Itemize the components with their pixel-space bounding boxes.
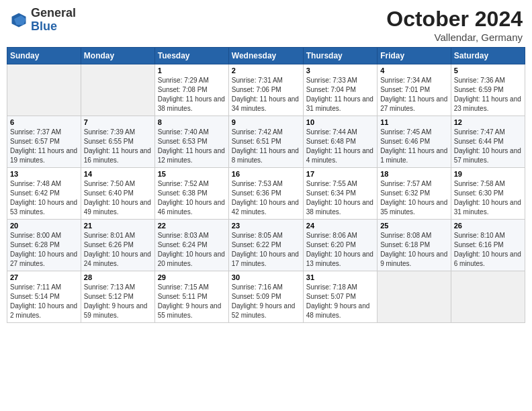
- calendar-cell: 6Sunrise: 7:37 AMSunset: 6:57 PMDaylight…: [7, 116, 81, 168]
- day-info: Sunrise: 8:00 AMSunset: 6:28 PMDaylight:…: [10, 231, 78, 269]
- title-block: October 2024 Vallendar, Germany: [386, 7, 523, 43]
- calendar-cell: 10Sunrise: 7:44 AMSunset: 6:48 PMDayligh…: [303, 116, 377, 168]
- calendar-cell: 8Sunrise: 7:40 AMSunset: 6:53 PMDaylight…: [154, 116, 228, 168]
- day-info: Sunrise: 7:16 AMSunset: 5:09 PMDaylight:…: [232, 283, 300, 320]
- calendar-cell: 18Sunrise: 7:57 AMSunset: 6:32 PMDayligh…: [378, 168, 451, 220]
- month-title: October 2024: [386, 7, 523, 32]
- calendar-table: SundayMondayTuesdayWednesdayThursdayFrid…: [7, 47, 525, 323]
- calendar-cell: 30Sunrise: 7:16 AMSunset: 5:09 PMDayligh…: [228, 271, 303, 323]
- calendar-cell: 14Sunrise: 7:50 AMSunset: 6:40 PMDayligh…: [81, 168, 154, 220]
- day-info: Sunrise: 7:45 AMSunset: 6:46 PMDaylight:…: [380, 128, 448, 165]
- logo: General Blue: [9, 7, 76, 34]
- page-header: General Blue October 2024 Vallendar, Ger…: [7, 7, 525, 43]
- calendar-cell: 3Sunrise: 7:33 AMSunset: 7:04 PMDaylight…: [303, 64, 377, 116]
- calendar-cell: 26Sunrise: 8:10 AMSunset: 6:16 PMDayligh…: [451, 220, 525, 271]
- day-info: Sunrise: 7:31 AMSunset: 7:06 PMDaylight:…: [232, 76, 300, 113]
- calendar-cell: 20Sunrise: 8:00 AMSunset: 6:28 PMDayligh…: [7, 220, 81, 271]
- day-info: Sunrise: 7:42 AMSunset: 6:51 PMDaylight:…: [232, 128, 300, 165]
- day-number: 16: [232, 170, 300, 178]
- day-info: Sunrise: 8:10 AMSunset: 6:16 PMDaylight:…: [454, 231, 522, 269]
- calendar-cell: 12Sunrise: 7:47 AMSunset: 6:44 PMDayligh…: [451, 116, 525, 168]
- calendar-cell: 16Sunrise: 7:53 AMSunset: 6:36 PMDayligh…: [228, 168, 303, 220]
- calendar-cell: [451, 271, 525, 323]
- calendar-cell: 19Sunrise: 7:58 AMSunset: 6:30 PMDayligh…: [451, 168, 525, 220]
- logo-icon: [9, 11, 28, 30]
- day-number: 27: [10, 273, 78, 281]
- day-number: 14: [84, 170, 152, 178]
- day-number: 7: [84, 118, 152, 126]
- day-number: 4: [380, 66, 448, 75]
- day-number: 29: [158, 273, 226, 281]
- day-number: 30: [232, 273, 300, 281]
- day-number: 5: [454, 66, 522, 75]
- day-info: Sunrise: 8:08 AMSunset: 6:18 PMDaylight:…: [380, 231, 448, 269]
- weekday-header-cell: Wednesday: [228, 48, 303, 64]
- day-number: 21: [84, 222, 152, 230]
- weekday-header-cell: Tuesday: [154, 48, 228, 64]
- day-number: 1: [158, 66, 226, 75]
- day-info: Sunrise: 7:48 AMSunset: 6:42 PMDaylight:…: [10, 179, 78, 217]
- weekday-header-cell: Saturday: [451, 48, 525, 64]
- day-info: Sunrise: 7:36 AMSunset: 6:59 PMDaylight:…: [454, 76, 522, 113]
- day-number: 24: [306, 222, 374, 230]
- day-number: 22: [158, 222, 226, 230]
- day-info: Sunrise: 7:40 AMSunset: 6:53 PMDaylight:…: [158, 128, 226, 165]
- calendar-cell: [7, 64, 81, 116]
- calendar-cell: 17Sunrise: 7:55 AMSunset: 6:34 PMDayligh…: [303, 168, 377, 220]
- calendar-week-row: 27Sunrise: 7:11 AMSunset: 5:14 PMDayligh…: [7, 271, 525, 323]
- day-info: Sunrise: 8:06 AMSunset: 6:20 PMDaylight:…: [306, 231, 374, 269]
- calendar-cell: 27Sunrise: 7:11 AMSunset: 5:14 PMDayligh…: [7, 271, 81, 323]
- day-info: Sunrise: 7:33 AMSunset: 7:04 PMDaylight:…: [306, 76, 374, 113]
- weekday-header-cell: Friday: [378, 48, 451, 64]
- calendar-cell: 4Sunrise: 7:34 AMSunset: 7:01 PMDaylight…: [378, 64, 451, 116]
- calendar-cell: 29Sunrise: 7:15 AMSunset: 5:11 PMDayligh…: [154, 271, 228, 323]
- day-number: 9: [232, 118, 300, 126]
- day-info: Sunrise: 7:44 AMSunset: 6:48 PMDaylight:…: [306, 128, 374, 165]
- day-number: 2: [232, 66, 300, 75]
- day-info: Sunrise: 7:37 AMSunset: 6:57 PMDaylight:…: [10, 128, 78, 165]
- calendar-cell: 13Sunrise: 7:48 AMSunset: 6:42 PMDayligh…: [7, 168, 81, 220]
- calendar-cell: 7Sunrise: 7:39 AMSunset: 6:55 PMDaylight…: [81, 116, 154, 168]
- day-info: Sunrise: 7:55 AMSunset: 6:34 PMDaylight:…: [306, 179, 374, 217]
- day-info: Sunrise: 7:57 AMSunset: 6:32 PMDaylight:…: [380, 179, 448, 217]
- day-number: 31: [306, 273, 374, 281]
- day-number: 15: [158, 170, 226, 178]
- location: Vallendar, Germany: [386, 32, 523, 43]
- day-number: 6: [10, 118, 78, 126]
- day-info: Sunrise: 7:18 AMSunset: 5:07 PMDaylight:…: [306, 283, 374, 320]
- day-number: 23: [232, 222, 300, 230]
- day-number: 28: [84, 273, 152, 281]
- calendar-week-row: 1Sunrise: 7:29 AMSunset: 7:08 PMDaylight…: [7, 64, 525, 116]
- day-info: Sunrise: 7:15 AMSunset: 5:11 PMDaylight:…: [158, 283, 226, 320]
- day-info: Sunrise: 7:11 AMSunset: 5:14 PMDaylight:…: [10, 283, 78, 320]
- day-number: 25: [380, 222, 448, 230]
- calendar-cell: 21Sunrise: 8:01 AMSunset: 6:26 PMDayligh…: [81, 220, 154, 271]
- day-info: Sunrise: 7:34 AMSunset: 7:01 PMDaylight:…: [380, 76, 448, 113]
- day-info: Sunrise: 8:05 AMSunset: 6:22 PMDaylight:…: [232, 231, 300, 269]
- calendar-cell: 28Sunrise: 7:13 AMSunset: 5:12 PMDayligh…: [81, 271, 154, 323]
- day-info: Sunrise: 7:58 AMSunset: 6:30 PMDaylight:…: [454, 179, 522, 217]
- calendar-cell: 22Sunrise: 8:03 AMSunset: 6:24 PMDayligh…: [154, 220, 228, 271]
- calendar-cell: 11Sunrise: 7:45 AMSunset: 6:46 PMDayligh…: [378, 116, 451, 168]
- calendar-cell: 15Sunrise: 7:52 AMSunset: 6:38 PMDayligh…: [154, 168, 228, 220]
- calendar-week-row: 13Sunrise: 7:48 AMSunset: 6:42 PMDayligh…: [7, 168, 525, 220]
- weekday-header-row: SundayMondayTuesdayWednesdayThursdayFrid…: [7, 48, 525, 64]
- calendar-body: 1Sunrise: 7:29 AMSunset: 7:08 PMDaylight…: [7, 64, 525, 323]
- day-number: 8: [158, 118, 226, 126]
- logo-blue-text: Blue: [31, 19, 57, 33]
- calendar-cell: 23Sunrise: 8:05 AMSunset: 6:22 PMDayligh…: [228, 220, 303, 271]
- weekday-header-cell: Sunday: [7, 48, 81, 64]
- day-info: Sunrise: 8:03 AMSunset: 6:24 PMDaylight:…: [158, 231, 226, 269]
- day-info: Sunrise: 7:50 AMSunset: 6:40 PMDaylight:…: [84, 179, 152, 217]
- day-number: 3: [306, 66, 374, 75]
- calendar-cell: 1Sunrise: 7:29 AMSunset: 7:08 PMDaylight…: [154, 64, 228, 116]
- calendar-cell: 24Sunrise: 8:06 AMSunset: 6:20 PMDayligh…: [303, 220, 377, 271]
- calendar-cell: [378, 271, 451, 323]
- calendar-cell: 2Sunrise: 7:31 AMSunset: 7:06 PMDaylight…: [228, 64, 303, 116]
- calendar-cell: 25Sunrise: 8:08 AMSunset: 6:18 PMDayligh…: [378, 220, 451, 271]
- day-info: Sunrise: 7:53 AMSunset: 6:36 PMDaylight:…: [232, 179, 300, 217]
- calendar-cell: [81, 64, 154, 116]
- day-info: Sunrise: 7:29 AMSunset: 7:08 PMDaylight:…: [158, 76, 226, 113]
- day-number: 10: [306, 118, 374, 126]
- day-info: Sunrise: 8:01 AMSunset: 6:26 PMDaylight:…: [84, 231, 152, 269]
